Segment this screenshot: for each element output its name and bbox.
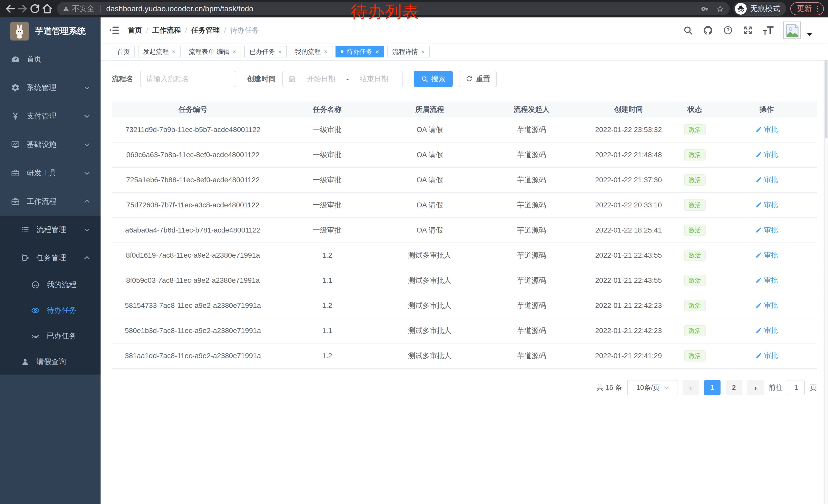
task-id: 75d72608-7b7f-11ec-a3c8-acde48001122 [112, 201, 274, 209]
task-process: 测试多审批人 [380, 276, 479, 285]
breadcrumb-item[interactable]: 首页 [128, 26, 142, 35]
approve-link[interactable]: 审批 [755, 200, 778, 210]
tab[interactable]: 流程详情 × [387, 46, 430, 57]
eye-closed-icon [31, 331, 40, 341]
key-icon[interactable] [701, 5, 709, 13]
sidebar-subitem[interactable]: 任务管理 [0, 244, 100, 272]
sidebar-item[interactable]: 首页 [0, 45, 100, 73]
table-row: a6aba0a4-7b6d-11ec-b781-acde48001122 一级审… [112, 218, 817, 243]
approve-link[interactable]: 审批 [755, 276, 778, 285]
page-number-button[interactable]: 1 [704, 380, 720, 395]
sidebar-subitem[interactable]: 待办任务 [0, 297, 100, 323]
approve-link[interactable]: 审批 [755, 351, 778, 360]
approve-link[interactable]: 审批 [755, 175, 778, 184]
navbar-actions: TT [683, 21, 812, 39]
tab[interactable]: 首页 [112, 46, 135, 57]
sidebar-item-label: 系统管理 [27, 83, 56, 93]
next-page-button[interactable]: › [747, 380, 763, 395]
back-icon[interactable] [4, 3, 16, 15]
pencil-icon [755, 201, 762, 208]
close-icon[interactable]: × [278, 48, 282, 55]
approve-link[interactable]: 审批 [755, 150, 778, 159]
status-badge: 激活 [684, 250, 706, 261]
create-time-label: 创建时间 [247, 74, 276, 84]
process-name-input[interactable] [140, 71, 236, 87]
sidebar-subitem[interactable]: 流程管理 [0, 216, 100, 244]
list-icon [20, 225, 30, 234]
prev-page-button[interactable]: ‹ [682, 380, 699, 395]
reload-icon[interactable] [29, 3, 41, 15]
incognito-icon [735, 3, 747, 15]
page-number-button[interactable]: 2 [726, 380, 742, 395]
approve-link[interactable]: 审批 [755, 250, 778, 260]
column-header: 任务名称 [274, 104, 380, 114]
github-icon[interactable] [703, 25, 713, 35]
task-process: OA 请假 [380, 125, 479, 135]
approve-link[interactable]: 审批 [755, 301, 778, 310]
goto-page-input[interactable] [788, 380, 805, 395]
sidebar-item[interactable]: 工作流程 [0, 187, 100, 216]
tab-label: 待办任务 [346, 47, 372, 56]
sidebar-subitem[interactable]: 我的流程 [0, 272, 100, 297]
sidebar-item[interactable]: 支付管理 [0, 102, 100, 130]
task-created: 2022-01-21 22:43:55 [584, 251, 673, 260]
font-size-icon[interactable]: TT [763, 25, 774, 36]
avatar[interactable] [783, 21, 801, 39]
tab[interactable]: 流程表单-编辑 × [184, 46, 241, 57]
sidebar-subitem-label: 任务管理 [36, 253, 66, 263]
close-icon[interactable]: × [233, 48, 236, 55]
status-badge: 激活 [684, 174, 706, 186]
help-icon[interactable] [723, 25, 733, 35]
table-row: 069c6a63-7b8a-11ec-8ef0-acde48001122 一级审… [112, 142, 817, 168]
tab[interactable]: 已办任务 × [244, 46, 287, 57]
task-id: 8f059c03-7ac8-11ec-a9e2-a2380e71991a [112, 276, 274, 284]
pagination: 共 16 条 10条/页 ‹ 1 2 › 前往 [112, 380, 817, 395]
chevron-icon [84, 170, 89, 175]
sidebar-item[interactable]: 系统管理 [0, 73, 100, 102]
caret-down-icon[interactable] [807, 33, 812, 36]
scrollbar[interactable] [824, 17, 828, 504]
sidebar-subitem-label: 请假查询 [36, 357, 66, 367]
date-range-picker[interactable]: 开始日期 - 结束日期 [282, 71, 403, 87]
sidebar-collapse-icon[interactable] [108, 25, 120, 36]
close-icon[interactable]: × [172, 48, 175, 55]
app-logo[interactable]: 芋道管理系统 [0, 17, 100, 45]
start-date-placeholder: 开始日期 [298, 74, 344, 84]
close-icon[interactable]: × [421, 48, 424, 55]
sidebar-subitem[interactable]: 请假查询 [0, 349, 100, 374]
sidebar-item[interactable]: 基础设施 [0, 130, 100, 159]
search-button[interactable]: 搜索 [414, 71, 453, 87]
browser-menu-icon[interactable] [816, 5, 819, 13]
approve-link[interactable]: 审批 [755, 326, 778, 335]
tab[interactable]: 待办任务 × [335, 46, 384, 57]
tab[interactable]: 我的流程 × [290, 46, 332, 57]
task-process: 测试多审批人 [380, 326, 479, 335]
sidebar-subitem-label: 待办任务 [47, 305, 76, 316]
star-icon[interactable] [716, 5, 724, 13]
forward-icon[interactable] [16, 3, 29, 15]
breadcrumb-item[interactable]: 任务管理 [191, 26, 220, 35]
home-icon[interactable] [41, 3, 53, 15]
approve-link[interactable]: 审批 [755, 225, 778, 235]
reset-button[interactable]: 重置 [459, 71, 497, 87]
rabbit-icon [10, 22, 29, 41]
breadcrumb-item[interactable]: 工作流程 [152, 26, 181, 35]
filter-bar: 流程名 创建时间 开始日期 - 结束日期 搜索 重 [112, 71, 817, 87]
pencil-icon [755, 327, 762, 334]
incognito-badge: 无痕模式 [733, 2, 786, 16]
update-button[interactable]: 更新 [790, 2, 824, 15]
fullscreen-icon[interactable] [743, 25, 753, 35]
tab[interactable]: 发起流程 × [138, 46, 180, 57]
search-icon[interactable] [683, 25, 693, 35]
main-area: 首页 / 工作流程 / 任务管理 / [100, 17, 828, 504]
task-id: 069c6a63-7b8a-11ec-8ef0-acde48001122 [112, 151, 274, 159]
sidebar-subitem[interactable]: 已办任务 [0, 323, 100, 349]
pencil-icon [755, 277, 762, 283]
approve-link[interactable]: 审批 [755, 125, 778, 134]
close-icon[interactable]: × [324, 48, 327, 55]
close-icon[interactable]: × [375, 48, 379, 55]
sidebar-item[interactable]: 研发工具 [0, 159, 100, 187]
breadcrumb-item[interactable]: 待办任务 [230, 26, 259, 35]
table-row: 75d72608-7b7f-11ec-a3c8-acde48001122 一级审… [112, 193, 817, 218]
page-size-select[interactable]: 10条/页 [627, 380, 677, 395]
